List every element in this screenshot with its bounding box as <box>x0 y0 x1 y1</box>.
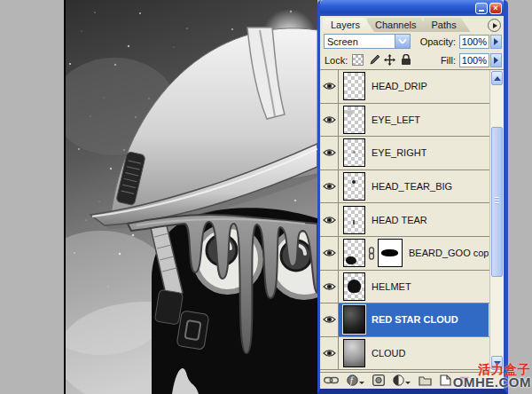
add-layer-mask-icon[interactable] <box>372 374 385 386</box>
layer-row-helmet[interactable]: HELMET <box>320 271 504 304</box>
layers-panel: × Layers Channels Paths Screen Opacity: … <box>317 0 508 394</box>
layer-thumbnail[interactable] <box>343 106 365 134</box>
layer-row-head-drip[interactable]: HEAD_DRIP <box>320 70 504 104</box>
layer-name: EYE_RIGHT <box>372 147 426 158</box>
eye-icon <box>323 82 336 91</box>
visibility-toggle[interactable] <box>320 237 339 270</box>
visibility-toggle[interactable] <box>320 337 339 370</box>
layer-name: EYE_LEFT <box>372 114 420 125</box>
eye-icon <box>323 315 336 324</box>
tab-paths[interactable]: Paths <box>424 18 471 32</box>
layer-name: HEAD_DRIP <box>372 81 427 91</box>
photoshop-workspace: × Layers Channels Paths Screen Opacity: … <box>0 0 532 394</box>
layer-row-head-tear[interactable]: HEAD TEAR <box>320 203 504 237</box>
layer-list: HEAD_DRIP EYE_LEFT EYE_RIGHT <box>320 69 504 372</box>
scroll-up-icon[interactable] <box>491 71 503 85</box>
visibility-toggle[interactable] <box>320 170 339 203</box>
eye-icon <box>323 115 336 124</box>
layer-thumbnail[interactable] <box>343 339 365 367</box>
lock-position-icon[interactable] <box>384 54 395 66</box>
watermark-site: OMHE.COM <box>453 375 531 389</box>
layer-name: HEAD TEAR <box>372 215 427 225</box>
panel-tabs: Layers Channels Paths <box>320 16 504 32</box>
layer-row-beard-goo-copy-2[interactable]: BEARD_GOO copy 2 <box>320 237 504 271</box>
visibility-toggle[interactable] <box>320 203 339 236</box>
scrollbar-thumb[interactable] <box>491 127 503 277</box>
panel-title-bar[interactable]: × <box>320 0 504 16</box>
layer-mask-thumbnail[interactable] <box>378 239 403 267</box>
layer-row-red-star-cloud[interactable]: RED STAR CLOUD <box>320 303 504 337</box>
layer-row-eye-left[interactable]: EYE_LEFT <box>320 104 504 138</box>
artwork-image <box>66 0 317 394</box>
layer-name: CLOUD <box>372 348 406 359</box>
eye-icon <box>323 182 336 191</box>
visibility-toggle[interactable] <box>320 271 339 303</box>
minimize-button[interactable] <box>475 3 488 14</box>
layer-thumbnail[interactable] <box>343 239 365 267</box>
layer-row-head-tear-big[interactable]: HEAD_TEAR_BIG <box>320 170 504 204</box>
adjustment-layer-icon[interactable] <box>393 374 411 386</box>
layer-row-eye-right[interactable]: EYE_RIGHT <box>320 137 504 170</box>
layer-name: BEARD_GOO copy 2 <box>409 248 489 258</box>
layer-list-scrollbar[interactable] <box>489 70 504 372</box>
lock-label: Lock: <box>325 55 348 66</box>
blend-row: Screen Opacity: 100% <box>320 32 504 51</box>
layer-thumbnail[interactable] <box>343 206 365 234</box>
lock-transparency-icon[interactable] <box>352 54 364 66</box>
eye-icon <box>323 248 336 257</box>
layer-name: HEAD_TEAR_BIG <box>372 181 452 192</box>
blend-mode-select[interactable]: Screen <box>324 34 411 49</box>
panel-menu-icon[interactable] <box>488 19 501 32</box>
blend-mode-value: Screen <box>325 36 395 47</box>
layer-thumbnail[interactable] <box>343 172 365 201</box>
close-icon: × <box>493 4 497 12</box>
fill-arrow-icon[interactable] <box>490 53 502 67</box>
layer-name: HELMET <box>372 281 411 292</box>
eye-icon <box>323 216 336 225</box>
new-layer-icon[interactable] <box>440 374 451 386</box>
lock-row: Lock: Fill <box>320 51 504 69</box>
document-canvas[interactable] <box>64 0 317 394</box>
link-layers-icon[interactable] <box>324 376 339 384</box>
fill-value[interactable]: 100% <box>459 53 489 67</box>
visibility-toggle[interactable] <box>320 137 339 169</box>
eye-icon <box>323 148 336 157</box>
watermark: 活力盒子 OMHE.COM <box>453 363 531 389</box>
layer-style-icon[interactable]: f <box>347 374 364 386</box>
opacity-arrow-icon[interactable] <box>490 35 502 49</box>
layer-thumbnail[interactable] <box>343 272 365 301</box>
new-group-icon[interactable] <box>419 375 432 386</box>
tab-layers[interactable]: Layers <box>323 18 374 32</box>
layer-thumbnail[interactable] <box>343 72 365 100</box>
eye-icon <box>323 282 336 291</box>
tab-channels[interactable]: Channels <box>367 18 430 32</box>
opacity-label: Opacity: <box>420 36 456 47</box>
lock-all-icon[interactable] <box>400 54 411 66</box>
visibility-toggle[interactable] <box>320 303 339 336</box>
visibility-toggle[interactable] <box>320 70 339 103</box>
watermark-chinese: 活力盒子 <box>453 363 531 375</box>
lock-paint-icon[interactable] <box>368 54 379 66</box>
layer-thumbnail[interactable] <box>343 138 365 167</box>
chevron-down-icon[interactable] <box>395 35 410 48</box>
opacity-value[interactable]: 100% <box>459 35 489 49</box>
layer-name: RED STAR CLOUD <box>372 314 458 325</box>
close-button[interactable]: × <box>489 3 502 14</box>
link-icon <box>368 247 375 260</box>
layer-thumbnail[interactable] <box>343 305 365 334</box>
eye-icon <box>323 349 336 358</box>
fill-label: Fill: <box>441 55 456 66</box>
visibility-toggle[interactable] <box>320 104 339 137</box>
